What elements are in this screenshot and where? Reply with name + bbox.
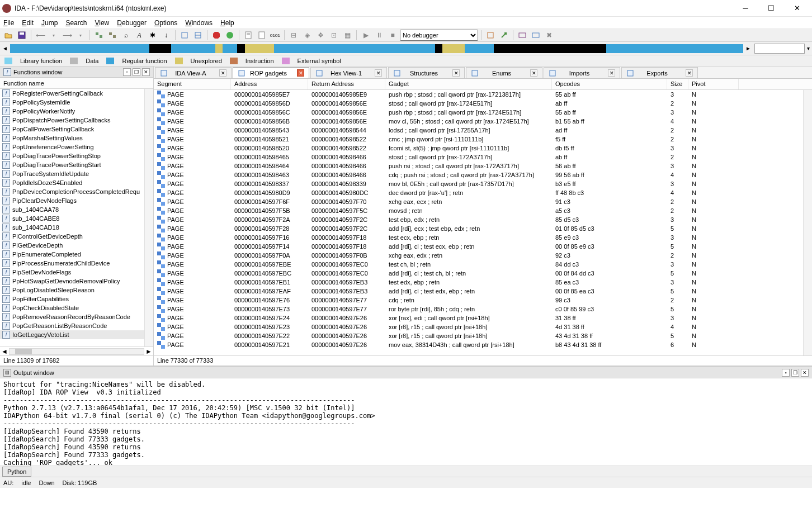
functions-hscroll[interactable]: ◄► <box>0 346 153 355</box>
function-item[interactable]: PnpDeviceCompletionProcessCompletedRequ <box>0 187 153 196</box>
fwd-drop-icon[interactable]: ▾ <box>74 30 87 41</box>
tab-close-icon[interactable]: ✕ <box>530 69 537 77</box>
function-item[interactable]: PiControlGetDeviceDepth <box>0 232 153 241</box>
open-icon[interactable] <box>2 30 15 41</box>
grid-scrollbar[interactable] <box>803 90 812 355</box>
col-gadget[interactable]: Gadget <box>385 79 552 89</box>
menu-help[interactable]: Help <box>220 19 234 27</box>
function-item[interactable]: sub_1404CAD18 <box>0 223 153 232</box>
tb-icon[interactable]: ✱ <box>147 30 159 41</box>
nav-address-box[interactable] <box>754 44 805 54</box>
col-return-address[interactable]: Return Address <box>308 79 385 89</box>
tab-close-icon[interactable]: ✕ <box>452 69 460 77</box>
functions-col-header[interactable]: Function name <box>0 78 153 89</box>
menu-file[interactable]: File <box>3 19 14 27</box>
function-item[interactable]: IoGetLegacyVetoList <box>0 330 153 339</box>
grid-body[interactable]: PAGE00000001405985E700000001405985E9push… <box>154 90 812 355</box>
table-row[interactable]: PAGE000000014059856C000000014059856Epush… <box>154 108 812 117</box>
col-opcodes[interactable]: Opcodes <box>552 79 667 89</box>
back-icon[interactable]: ⟵ <box>34 30 46 41</box>
functions-scrollbar[interactable] <box>144 89 153 346</box>
table-row[interactable]: PAGE0000000140597E730000000140597E77ror … <box>154 305 812 314</box>
tb-icon[interactable]: ❖ <box>314 30 327 41</box>
col-segment[interactable]: Segment <box>154 79 231 89</box>
tb-icon[interactable]: ◈ <box>301 30 313 41</box>
function-item[interactable]: PopDiagTracePowerSettingStop <box>0 151 153 160</box>
tab-close-icon[interactable]: ✕ <box>297 69 304 77</box>
tab-close-icon[interactable]: ✕ <box>686 69 693 77</box>
function-item[interactable]: sub_1404CAA78 <box>0 205 153 214</box>
table-row[interactable]: PAGE0000000140597F0A0000000140597F0Bxchg… <box>154 251 812 260</box>
table-row[interactable]: PAGE00000001405980D900000001405980DCdec … <box>154 188 812 197</box>
text-icon[interactable] <box>256 30 268 41</box>
menu-options[interactable]: Options <box>154 19 177 27</box>
table-row[interactable]: PAGE00000001405985430000000140598544lods… <box>154 126 812 135</box>
tb-icon[interactable]: A <box>133 30 145 41</box>
tab-close-icon[interactable]: ✕ <box>219 69 226 77</box>
close-button[interactable]: ✕ <box>784 0 810 17</box>
col-pivot[interactable]: Pivot <box>688 79 739 89</box>
function-item[interactable]: PpHotSwapGetDevnodeRemovalPolicy <box>0 277 153 286</box>
table-row[interactable]: PAGE000000014059856B000000014059856Emov … <box>154 117 812 126</box>
stop-icon[interactable] <box>210 30 223 41</box>
function-item[interactable]: PoRegisterPowerSettingCallback <box>0 89 153 98</box>
tab-enums[interactable]: Enums✕ <box>466 67 542 78</box>
table-row[interactable]: PAGE0000000140597E240000000140597E26xor … <box>154 314 812 322</box>
function-item[interactable]: PopDiagTracePowerSettingStart <box>0 160 153 169</box>
table-row[interactable]: PAGE00000001405985E700000001405985E9push… <box>154 90 812 99</box>
nav-colorstrip[interactable] <box>10 44 743 53</box>
save-icon[interactable] <box>16 30 28 41</box>
function-item[interactable]: PopMarshalSettingValues <box>0 134 153 143</box>
tb-icon[interactable]: ▦ <box>341 30 353 41</box>
tab-hex-view-1[interactable]: Hex View-1✕ <box>310 67 387 78</box>
text-icon[interactable] <box>242 30 254 41</box>
table-row[interactable]: PAGE0000000140597E230000000140597E26xor … <box>154 322 812 331</box>
pause-icon[interactable]: ⏸ <box>373 30 385 41</box>
table-row[interactable]: PAGE00000001405985200000000140598522fcom… <box>154 144 812 153</box>
function-item[interactable]: PopPolicySystemIdle <box>0 98 153 107</box>
table-row[interactable]: PAGE000000014059856D000000014059856Estos… <box>154 99 812 108</box>
tab-close-icon[interactable]: ✕ <box>608 69 615 77</box>
tab-rop-gadgets[interactable]: ROP gadgets✕ <box>233 67 309 78</box>
tab-structures[interactable]: Structures✕ <box>388 67 465 78</box>
text-icon[interactable]: 0101 <box>269 30 281 41</box>
tb-icon[interactable] <box>106 30 119 41</box>
function-item[interactable]: PopIdleIsDozeS4Enabled <box>0 178 153 187</box>
function-item[interactable]: PopCheckDisabledState <box>0 303 153 312</box>
tb-icon[interactable]: ✖ <box>543 30 555 41</box>
table-row[interactable]: PAGE0000000140597E760000000140597E77cdq … <box>154 296 812 305</box>
table-row[interactable]: PAGE0000000140597EAF0000000140597EB3add … <box>154 287 812 296</box>
functions-list[interactable]: PoRegisterPowerSettingCallbackPopPolicyS… <box>0 89 153 346</box>
menu-debugger[interactable]: Debugger <box>117 19 147 27</box>
chevron-down-icon[interactable]: ▾ <box>807 45 810 51</box>
menu-view[interactable]: View <box>95 19 109 27</box>
function-item[interactable]: PopPolicyWorkerNotify <box>0 107 153 116</box>
tb-icon[interactable] <box>530 30 542 41</box>
minimize-button[interactable]: ─ <box>733 0 758 17</box>
function-item[interactable]: PopGetReasonListByReasonCode <box>0 321 153 330</box>
tab-close-icon[interactable]: ✕ <box>375 69 382 77</box>
function-item[interactable]: PipClearDevNodeFlags <box>0 196 153 205</box>
tb-icon[interactable] <box>178 30 191 41</box>
col-size[interactable]: Size <box>667 79 688 89</box>
table-row[interactable]: PAGE00000001405984630000000140598466cdq … <box>154 170 812 179</box>
function-item[interactable]: PopDispatchPowerSettingCallbacks <box>0 116 153 125</box>
function-item[interactable]: PopUnreferencePowerSetting <box>0 143 153 151</box>
table-row[interactable]: PAGE0000000140597F160000000140597F18test… <box>154 233 812 242</box>
back-drop-icon[interactable]: ▾ <box>48 30 60 41</box>
pane-close-icon[interactable]: ✕ <box>801 369 809 377</box>
table-row[interactable]: PAGE0000000140597EB10000000140597EB3test… <box>154 278 812 287</box>
table-row[interactable]: PAGE00000001405984640000000140598466push… <box>154 162 812 170</box>
menu-windows[interactable]: Windows <box>185 19 213 27</box>
fwd-icon[interactable]: ⟶ <box>61 30 73 41</box>
tb-icon[interactable] <box>93 30 105 41</box>
tb-icon[interactable] <box>192 30 204 41</box>
table-row[interactable]: PAGE0000000140597EBC0000000140597EC0add … <box>154 269 812 278</box>
tb-icon[interactable] <box>516 30 528 41</box>
menu-search[interactable]: Search <box>65 19 87 27</box>
table-row[interactable]: PAGE0000000140597F280000000140597F2Cadd … <box>154 224 812 233</box>
table-row[interactable]: PAGE0000000140597F6F0000000140597F70xchg… <box>154 197 812 206</box>
table-row[interactable]: PAGE0000000140597E220000000140597E26xor … <box>154 331 812 340</box>
tb-icon[interactable]: ⊡ <box>328 30 340 41</box>
function-item[interactable]: PiGetDeviceDepth <box>0 241 153 250</box>
